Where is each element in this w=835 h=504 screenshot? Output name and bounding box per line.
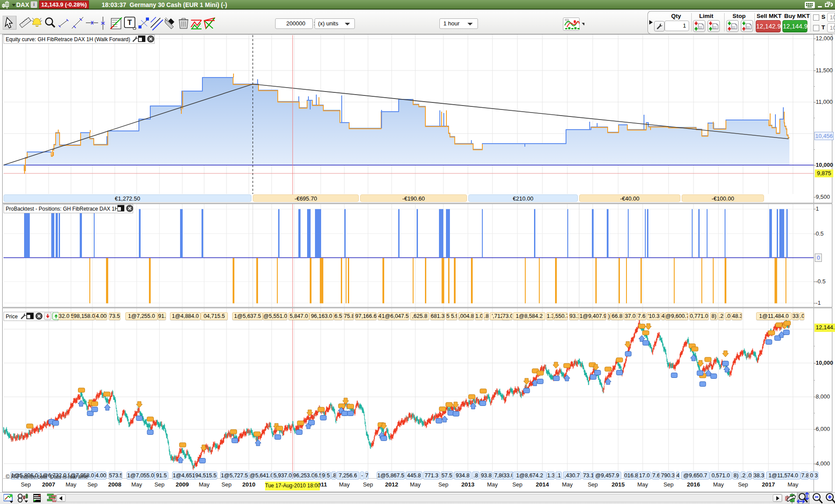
svg-text:T: T [127, 18, 132, 27]
